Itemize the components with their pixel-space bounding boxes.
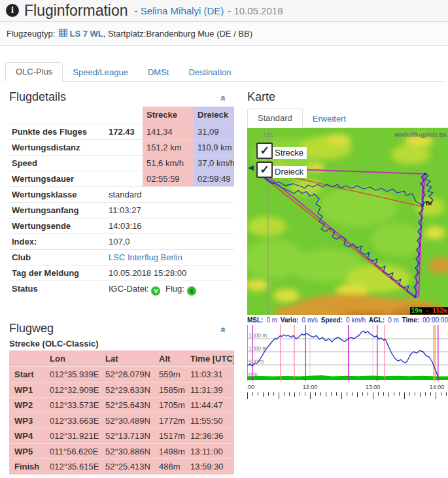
- barogram-status-bar: MSL:0 m Vario:0 m/s Speed:0 km/h AGL:0 m…: [247, 316, 448, 324]
- time-label: Time:: [402, 316, 420, 324]
- tab-dmst[interactable]: DMSt: [138, 63, 179, 82]
- flugweg-table: Lon Lat Alt Time [UTC] Start012°35.939E5…: [9, 350, 234, 475]
- main-tabs: OLC-Plus Speed/League DMSt Destination: [5, 63, 443, 82]
- msl-value: 0 m: [266, 316, 277, 324]
- club-link[interactable]: LSC Interflug Berlin: [109, 252, 182, 262]
- map-tabs: Standard Erweitert: [247, 106, 448, 128]
- x-axis-tick: 12:00: [303, 384, 318, 390]
- elevation-range-badge: 19m - 152m: [410, 307, 448, 315]
- table-row: WP3012°33.663E52°30.489N1772m11:55:50: [9, 413, 234, 429]
- table-row: WP4012°31.921E52°13.713N1517m12:36:36: [9, 428, 234, 444]
- table-row: Wertungsanfang 11:03:27: [9, 202, 234, 218]
- table-row: Tag der Meldung 10.05.2018 15:28:00: [9, 265, 234, 281]
- x-axis-tick: 11:00: [247, 384, 254, 390]
- col-header-dreieck: Dreieck: [194, 107, 234, 124]
- igc-ok-icon: V: [151, 286, 160, 296]
- table-row: WP1012°32.909E52°29.633N1585m11:31:39: [9, 383, 234, 398]
- flugweg-title: Flugweg: [9, 322, 54, 335]
- time-value: 00:00:00: [422, 316, 448, 324]
- table-row: Start012°35.939E52°26.079N559m11:03:31: [9, 367, 234, 383]
- vario-label: Vario:: [281, 316, 299, 324]
- info-icon: i: [6, 4, 19, 17]
- tab-speed-league[interactable]: Speed/League: [63, 63, 138, 82]
- col-header-lat: Lat: [101, 350, 155, 366]
- table-row: WP2012°33.573E52°25.643N1705m11:44:47: [9, 398, 234, 413]
- flight-map[interactable]: 12E Modellflugplatz Ba Br Strecke Dreiec…: [247, 128, 448, 315]
- flight-info-bar: Flugzeugtyp: LS 7 WL , Startplatz:Brande…: [0, 22, 448, 46]
- x-axis-tick: 14:00: [430, 384, 445, 390]
- table-row: Wertungsdauer 02:55:59 02:59:49: [9, 171, 234, 186]
- agl-label: AGL:: [369, 316, 385, 324]
- table-row: Wertungsklasse standard: [9, 186, 234, 202]
- table-row: Speed 51,6 km/h 37,0 km/h: [9, 155, 234, 171]
- table-header-row: Lon Lat Alt Time [UTC]: [9, 350, 234, 367]
- table-row: WP5011°56.620E52°30.886N1498m13:11:00: [9, 444, 234, 460]
- tab-map-standard[interactable]: Standard: [247, 109, 303, 128]
- table-row: Wertungsende 14:03:16: [9, 218, 234, 233]
- map-place-label: Modellflugplatz Ba: [395, 131, 447, 138]
- dreieck-checkbox[interactable]: [256, 162, 273, 178]
- msl-label: MSL:: [247, 316, 263, 324]
- speed-value: 0 km/h: [346, 316, 366, 324]
- karte-title: Karte: [247, 90, 275, 104]
- tab-olc-plus[interactable]: OLC-Plus: [5, 62, 63, 82]
- map-meridian-label: 12E: [263, 131, 273, 138]
- aircraft-type-label: Flugzeugtyp:: [7, 29, 55, 39]
- table-row: Club LSC Interflug Berlin: [9, 249, 234, 265]
- table-row-status: Status IGC-Datei:V Flug:$: [9, 281, 234, 296]
- barogram-x-axis: 11:00 12:00 13:00 14:00: [247, 384, 448, 391]
- table-row: Index: 107,0: [9, 233, 234, 249]
- pilot-link[interactable]: - Selina Mihalyi (DE): [135, 5, 224, 16]
- tab-map-erweitert[interactable]: Erweitert: [303, 110, 356, 128]
- tab-destination[interactable]: Destination: [179, 63, 241, 82]
- aircraft-link[interactable]: LS 7 WL: [69, 29, 103, 39]
- barogram-chart[interactable]: 1500 m 1000 m 500 m 0 m: [247, 325, 448, 383]
- map-layer-toggles: Strecke Dreieck: [256, 143, 307, 180]
- flugdetails-collapse-icon[interactable]: [221, 93, 226, 104]
- col-header-lon: Lon: [46, 350, 101, 366]
- table-grid-icon: [59, 29, 67, 39]
- table-header-row: Strecke Dreieck: [9, 107, 234, 124]
- y-axis-tick: 500 m: [249, 359, 264, 365]
- flugdetails-table: Strecke Dreieck Punkte des Fluges 172.43…: [9, 107, 234, 296]
- col-header-alt: Alt: [155, 350, 186, 366]
- flugweg-subtitle: Strecke (OLC-Classic): [9, 339, 99, 349]
- strecke-checkbox[interactable]: [256, 143, 273, 159]
- x-axis-tick: 13:00: [366, 384, 381, 390]
- flugdetails-title: Flugdetails: [9, 90, 66, 104]
- strecke-checkbox-label: Strecke: [273, 147, 307, 159]
- col-header-strecke: Strecke: [143, 107, 194, 124]
- agl-value: 0 m: [388, 316, 399, 324]
- title-bar: i Fluginformation - Selina Mihalyi (DE) …: [0, 0, 448, 22]
- y-axis-tick: 0 m: [249, 372, 258, 378]
- dreieck-checkbox-label: Dreieck: [273, 166, 307, 178]
- vario-value: 0 m/s: [302, 316, 318, 324]
- flight-date: - 10.05.2018: [228, 5, 283, 16]
- table-row: Finish012°35.615E52°25.413N486m13:59:30: [9, 459, 234, 475]
- speed-label: Speed:: [321, 316, 343, 324]
- page-title: Fluginformation: [24, 2, 128, 20]
- fluginformation-page: i Fluginformation - Selina Mihalyi (DE) …: [0, 0, 448, 478]
- flight-status-label: Flug:: [165, 284, 184, 294]
- table-row: Punkte des Fluges 172.43 141,34 31,09: [9, 124, 234, 139]
- y-axis-tick: 1000 m: [249, 346, 267, 352]
- barogram-tick-ruler: [247, 392, 448, 400]
- flugweg-collapse-icon[interactable]: [221, 324, 226, 335]
- y-axis-tick: 1500 m: [249, 333, 267, 339]
- flight-scored-icon: $: [187, 286, 196, 296]
- startplace-text: , Startplatz:Brandenburg Mue (DE / BB): [103, 29, 252, 39]
- igc-file-label: IGC-Datei:: [109, 284, 148, 294]
- table-row: Wertungsdistanz 151,2 km 110,9 km: [9, 139, 234, 155]
- col-header-time: Time [UTC]: [186, 350, 234, 366]
- barogram-plot: [247, 325, 448, 383]
- map-marker-label: Br: [426, 200, 432, 207]
